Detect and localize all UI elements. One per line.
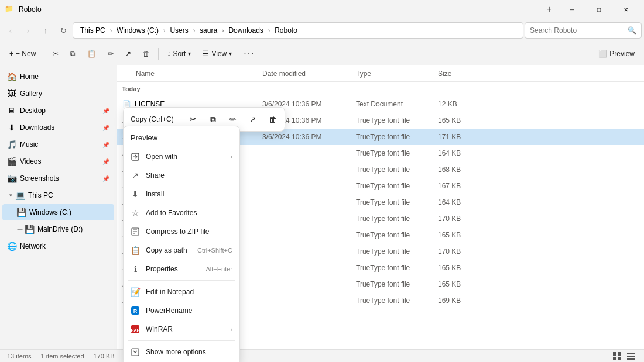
ctx-copy-path-shortcut: Ctrl+Shift+C	[197, 247, 232, 254]
ctx-power-rename-label: PowerRename	[146, 306, 232, 315]
context-menu: Preview Open with › ↗ Share ⬇ Install ☆ …	[123, 126, 240, 362]
ctx-edit-notepad-label: Edit in Notepad	[146, 288, 232, 296]
copy-label: Copy (Ctrl+C)	[126, 115, 179, 123]
favorites-icon: ☆	[131, 208, 140, 218]
show-more-icon	[131, 347, 140, 357]
share-icon: ↗	[131, 171, 140, 180]
ctx-copy-path[interactable]: 📋 Copy as path Ctrl+Shift+C	[124, 241, 239, 260]
ctx-properties-shortcut: Alt+Enter	[205, 266, 232, 273]
ctx-winrar-arrow: ›	[231, 326, 232, 333]
ctx-share[interactable]: ↗ Share	[124, 166, 239, 185]
ctx-power-rename[interactable]: R PowerRename	[124, 301, 239, 320]
ctx-separator-2	[128, 340, 235, 341]
install-icon: ⬇	[131, 189, 140, 199]
notepad-icon: 📝	[131, 287, 140, 297]
svg-rect-13	[132, 349, 139, 356]
power-rename-icon: R	[131, 306, 140, 315]
context-menu-overlay[interactable]: Copy (Ctrl+C) ✂ ⧉ ✏ ↗ 🗑 Preview Open wit…	[0, 0, 644, 362]
ctx-delete-button[interactable]: 🗑	[263, 110, 282, 129]
ctx-copy-path-label: Copy as path	[146, 246, 191, 254]
ctx-add-favorites-label: Add to Favorites	[146, 209, 232, 217]
ctx-install[interactable]: ⬇ Install	[124, 185, 239, 204]
ctx-compress-label: Compress to ZIP file	[146, 227, 232, 236]
ctx-preview-label: Preview	[124, 129, 239, 146]
ctx-winrar[interactable]: RAR WinRAR ›	[124, 320, 239, 339]
properties-icon: ℹ	[131, 264, 140, 274]
ctx-properties-label: Properties	[146, 265, 200, 273]
ctx-compress[interactable]: Compress to ZIP file	[124, 222, 239, 241]
ctx-open-with-label: Open with	[146, 153, 225, 161]
ctx-show-more[interactable]: Show more options	[124, 343, 239, 361]
ctx-separator-1	[128, 280, 235, 281]
ctx-open-with[interactable]: Open with ›	[124, 147, 239, 166]
ctx-open-with-arrow: ›	[231, 154, 232, 160]
ctx-install-label: Install	[146, 190, 232, 198]
ctx-share-label: Share	[146, 171, 232, 180]
compress-icon	[131, 227, 140, 236]
open-with-icon	[131, 152, 140, 161]
winrar-icon: RAR	[131, 325, 140, 334]
ctx-toolbar-sep	[181, 113, 181, 125]
ctx-winrar-label: WinRAR	[146, 325, 225, 333]
ctx-properties[interactable]: ℹ Properties Alt+Enter	[124, 260, 239, 278]
svg-text:R: R	[133, 308, 138, 314]
ctx-add-favorites[interactable]: ☆ Add to Favorites	[124, 204, 239, 222]
copy-path-icon: 📋	[131, 246, 140, 255]
ctx-share-button[interactable]: ↗	[244, 110, 262, 129]
ctx-edit-notepad[interactable]: 📝 Edit in Notepad	[124, 282, 239, 301]
ctx-show-more-label: Show more options	[146, 348, 232, 356]
svg-text:RAR: RAR	[131, 328, 139, 332]
